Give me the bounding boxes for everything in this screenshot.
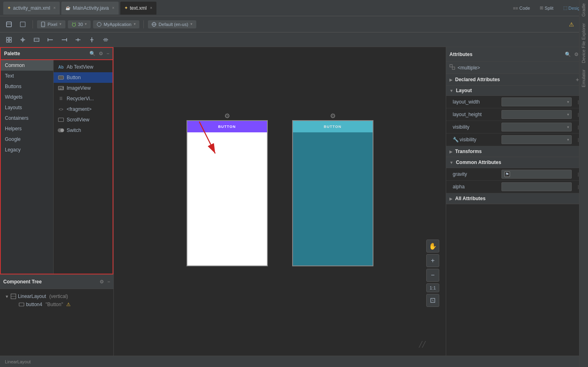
locale-label: Default (en-us) xyxy=(158,22,188,27)
all-attributes-section-header[interactable]: ▶ All Attributes xyxy=(446,193,588,204)
palette-category-widgets[interactable]: Widgets xyxy=(1,92,53,102)
palette-minimize-icon[interactable]: − xyxy=(106,51,109,56)
tree-minimize-icon[interactable]: − xyxy=(107,279,110,285)
horiz-align-btn[interactable] xyxy=(100,35,111,44)
split-view-btn[interactable]: ⊞ Split xyxy=(537,4,555,12)
palette-category-buttons[interactable]: Buttons xyxy=(1,81,53,92)
center-align-btn[interactable] xyxy=(72,35,84,44)
layout-toggle-icon: ▼ xyxy=(449,89,453,93)
palette-category-common[interactable]: Common xyxy=(1,60,53,71)
dropdown-arrow-3: ▼ xyxy=(566,125,570,129)
show-constraints-btn[interactable] xyxy=(17,35,28,44)
palette-search-icon[interactable]: 🔍 xyxy=(89,51,95,56)
tree-item-linearlayout[interactable]: ▼ LinearLayout (vertical) xyxy=(3,292,110,300)
tree-item-button4[interactable]: ▼ button4 "Button" ⚠ xyxy=(11,300,110,309)
show-layout-btn[interactable] xyxy=(31,35,42,44)
device-file-explorer-label[interactable]: Device File Explorer xyxy=(579,20,588,66)
svg-line-41 xyxy=(432,300,434,301)
show-inspector-btn[interactable] xyxy=(3,35,15,44)
svg-rect-2 xyxy=(20,22,25,27)
palette-item-imageview[interactable]: ImageView xyxy=(54,83,113,93)
right-align-icon xyxy=(61,37,67,43)
attr-dropdown-layout-height[interactable]: ▼ xyxy=(501,110,572,119)
svg-rect-12 xyxy=(7,37,9,39)
attr-input-gravity[interactable]: ⚑ xyxy=(501,170,572,179)
api-selector[interactable]: 30 ▼ xyxy=(68,20,91,28)
android-icon xyxy=(71,22,77,27)
declared-section-title: Declared Attributes xyxy=(455,77,573,82)
right-align-btn[interactable] xyxy=(59,35,70,44)
attr-settings-icon[interactable]: ⚙ xyxy=(574,52,579,57)
transforms-section-header[interactable]: ▶ Transforms xyxy=(446,146,588,157)
palette-settings-icon[interactable]: ⚙ xyxy=(99,51,103,56)
palette-item-scrollview[interactable]: ScrollView xyxy=(54,114,113,125)
dropdown-arrow-4: ▼ xyxy=(566,138,570,142)
tab-close-btn[interactable]: × xyxy=(53,6,56,10)
attr-dropdown-visibility-wrench[interactable]: ▼ xyxy=(501,135,572,144)
gradle-side-label[interactable]: Gradle xyxy=(579,0,588,20)
palette-item-textview[interactable]: Ab Ab TextView xyxy=(54,62,113,72)
button-item-icon xyxy=(58,74,64,81)
transforms-section: ▶ Transforms xyxy=(446,146,588,157)
tab-close-btn[interactable]: × xyxy=(112,6,115,10)
vert-align-btn[interactable] xyxy=(86,35,98,44)
palette-category-text[interactable]: Text xyxy=(1,71,53,81)
component-ref: <multiple> xyxy=(446,62,588,74)
locale-selector[interactable]: Default (en-us) ▼ xyxy=(148,20,196,28)
attr-search-icon[interactable]: 🔍 xyxy=(565,52,571,57)
emulator-side-label[interactable]: Emulator xyxy=(579,66,588,91)
tab-text-xml[interactable]: ✦ text.xml × xyxy=(120,2,156,15)
palette-category-layouts[interactable]: Layouts xyxy=(1,102,53,113)
tab-mainactivity[interactable]: ☕ MainActivity.java × xyxy=(61,2,118,15)
ab-textview-icon: Ab xyxy=(58,64,64,70)
palette-item-switch[interactable]: Switch xyxy=(54,125,113,136)
pan-mode-btn[interactable]: ✋ xyxy=(426,240,439,253)
attr-dropdown-layout-width[interactable]: ▼ xyxy=(501,97,572,106)
fragment-icon: <> xyxy=(58,106,64,112)
layout-subsection-title: Layout xyxy=(456,88,472,93)
imageview-icon xyxy=(58,85,64,91)
zoom-in-btn[interactable]: + xyxy=(426,254,439,267)
attr-label-gravity: gravity xyxy=(453,171,501,177)
app-selector[interactable]: MyApplication ▼ xyxy=(93,20,139,28)
device-selector[interactable]: Pixel ▼ xyxy=(37,20,65,28)
separator xyxy=(33,20,33,28)
palette-item-recyclerview[interactable]: ☰ RecyclerVi... xyxy=(54,93,113,104)
warning-icon: ⚠ xyxy=(569,21,574,28)
palette-item-fragment[interactable]: <> <fragment> xyxy=(54,104,113,114)
fit-icon xyxy=(430,298,436,303)
palette-category-legacy[interactable]: Legacy xyxy=(1,145,53,155)
code-view-btn[interactable]: ≡≡ Code xyxy=(510,4,532,12)
center-align-icon xyxy=(75,37,81,43)
canvas-area[interactable]: ⚙ BUTTON xyxy=(114,47,446,356)
tab-close-btn[interactable]: × xyxy=(150,6,152,10)
palette-category-google[interactable]: Google xyxy=(1,134,53,145)
attr-dropdown-visibility[interactable]: ▼ xyxy=(501,123,572,132)
api-dropdown-arrow: ▼ xyxy=(84,22,87,26)
canvas-container: ⚙ BUTTON xyxy=(187,120,373,266)
left-align-btn[interactable] xyxy=(45,35,56,44)
layout-editor-btn[interactable] xyxy=(3,20,15,29)
zoom-fit-btn[interactable] xyxy=(426,294,439,307)
declared-add-btn[interactable]: + xyxy=(576,76,579,83)
svg-point-4 xyxy=(43,26,43,26)
switch-icon xyxy=(58,127,64,134)
palette-category-helpers[interactable]: Helpers xyxy=(1,123,53,134)
phone-screen-2[interactable]: BUTTON xyxy=(292,120,373,266)
svg-rect-0 xyxy=(7,22,11,27)
svg-rect-13 xyxy=(9,37,11,39)
phone-screen-1[interactable]: BUTTON xyxy=(187,120,268,266)
layout-subsection-header[interactable]: ▼ Layout xyxy=(446,86,588,96)
zoom-level[interactable]: 1:1 xyxy=(426,283,439,292)
blueprint-btn[interactable] xyxy=(17,20,28,29)
declared-section-header[interactable]: ▶ Declared Attributes + − xyxy=(446,74,588,86)
tab-activity-main[interactable]: ✦ activity_main.xml × xyxy=(3,2,60,15)
palette-category-containers[interactable]: Containers xyxy=(1,113,53,123)
tree-settings-icon[interactable]: ⚙ xyxy=(100,279,104,285)
zoom-out-btn[interactable]: − xyxy=(426,269,439,282)
palette-item-button[interactable]: Button xyxy=(54,72,113,83)
java-file-icon: ☕ xyxy=(65,6,70,10)
attr-input-alpha[interactable] xyxy=(501,182,572,191)
common-section-header[interactable]: ▼ Common Attributes xyxy=(446,157,588,168)
xml-file-icon: ✦ xyxy=(7,6,11,10)
